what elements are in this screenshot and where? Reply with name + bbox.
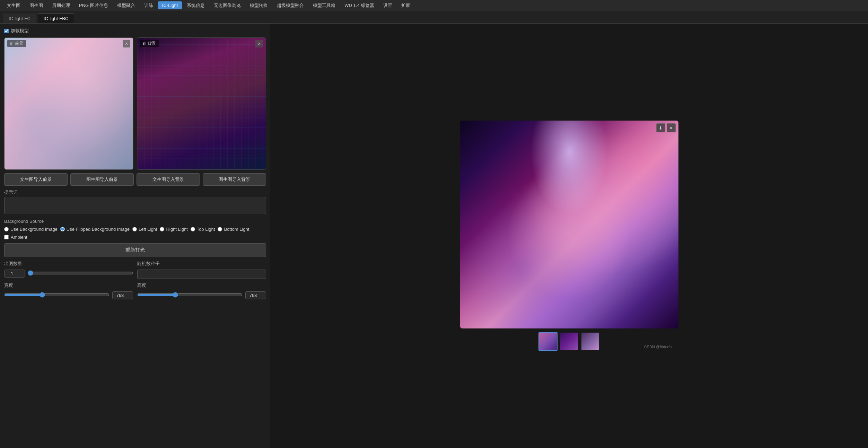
radio-bottom-light-input[interactable] bbox=[218, 227, 222, 231]
ambient-label: Ambient bbox=[11, 235, 27, 240]
seed-input[interactable]: 114514 bbox=[137, 270, 266, 279]
img2img-fg-btn[interactable]: 图生图导入前景 bbox=[70, 173, 134, 186]
radio-bottom-light[interactable]: Bottom Light bbox=[218, 227, 249, 232]
menu-extensions[interactable]: 扩展 bbox=[397, 1, 414, 10]
radio-use-flipped-input[interactable] bbox=[60, 227, 65, 231]
menu-sysinfo[interactable]: 系统信息 bbox=[183, 1, 209, 10]
seed-section: 随机数种子 114514 bbox=[137, 261, 266, 279]
background-label-text: 背景 bbox=[148, 41, 156, 46]
height-slider-wrap bbox=[137, 292, 243, 299]
thumbnail-2[interactable] bbox=[560, 332, 579, 351]
output-wrapper: ⬇ ✕ CSDN @friderfh... bbox=[460, 121, 678, 351]
menu-pnginfo[interactable]: PNG 图片信息 bbox=[75, 1, 112, 10]
width-section: 宽度 bbox=[4, 282, 133, 299]
radio-right-light-input[interactable] bbox=[160, 227, 164, 231]
width-slider-wrap bbox=[4, 292, 109, 299]
menu-training[interactable]: 训练 bbox=[140, 1, 157, 10]
relight-btn[interactable]: 重新打光 bbox=[4, 243, 266, 257]
width-label: 宽度 bbox=[4, 282, 133, 289]
radio-use-bg-input[interactable] bbox=[4, 227, 9, 231]
output-count-input[interactable] bbox=[4, 270, 25, 278]
left-panel: 加载模型 ◧ 前景 × ◧ 背景 × bbox=[0, 24, 270, 448]
foreground-close-btn[interactable]: × bbox=[123, 40, 130, 47]
img2img-bg-btn[interactable]: 图生图导入背景 bbox=[203, 173, 266, 186]
bg-icon: ◧ bbox=[143, 42, 146, 45]
thumbnail-3[interactable] bbox=[581, 332, 600, 351]
radio-right-light-label: Right Light bbox=[166, 227, 187, 232]
radio-left-light[interactable]: Left Light bbox=[132, 227, 157, 232]
bg-source-label: Background Source bbox=[4, 219, 266, 224]
thumb-img-2 bbox=[560, 333, 578, 350]
foreground-label-text: 前景 bbox=[15, 41, 23, 46]
background-box: ◧ 背景 × bbox=[137, 37, 266, 170]
count-seed-row: 出图数量 随机数种子 114514 bbox=[4, 261, 266, 279]
seed-label: 随机数种子 bbox=[137, 261, 266, 267]
radio-top-light-input[interactable] bbox=[191, 227, 195, 231]
load-model-checkbox[interactable]: 加载模型 bbox=[4, 28, 29, 34]
load-model-row: 加载模型 bbox=[4, 28, 266, 34]
radio-use-bg[interactable]: Use Background Image bbox=[4, 227, 58, 232]
height-slider-row bbox=[137, 291, 266, 299]
menu-modeltransfer[interactable]: 模型转换 bbox=[246, 1, 272, 10]
menu-modelmerge[interactable]: 模型融合 bbox=[113, 1, 139, 10]
thumbnail-1[interactable] bbox=[538, 332, 558, 351]
output-count-slider-wrap bbox=[28, 270, 133, 277]
width-height-row: 宽度 高度 bbox=[4, 282, 266, 299]
width-slider-row bbox=[4, 291, 133, 299]
txt2img-bg-btn[interactable]: 文生图导入背景 bbox=[137, 173, 200, 186]
main-layout: 加载模型 ◧ 前景 × ◧ 背景 × bbox=[0, 24, 868, 448]
radio-top-light[interactable]: Top Light bbox=[191, 227, 215, 232]
menu-img2img[interactable]: 图生图 bbox=[25, 1, 47, 10]
width-slider[interactable] bbox=[4, 292, 109, 298]
tab-fc[interactable]: IC-light-FC bbox=[3, 14, 36, 23]
ambient-input[interactable] bbox=[4, 235, 9, 239]
height-label: 高度 bbox=[137, 282, 266, 289]
output-count-label: 出图数量 bbox=[4, 261, 133, 267]
radio-use-bg-label: Use Background Image bbox=[10, 227, 58, 232]
radio-right-light[interactable]: Right Light bbox=[160, 227, 187, 232]
radio-bottom-light-label: Bottom Light bbox=[224, 227, 249, 232]
background-label: ◧ 背景 bbox=[140, 40, 159, 47]
download-btn[interactable]: ⬇ bbox=[656, 123, 665, 132]
menu-iclight[interactable]: IC-Light bbox=[158, 1, 182, 9]
menu-txt2img[interactable]: 文生图 bbox=[3, 1, 25, 10]
output-image bbox=[460, 121, 678, 328]
prompt-textarea[interactable] bbox=[4, 197, 266, 214]
height-input[interactable] bbox=[245, 291, 266, 299]
txt2img-fg-btn[interactable]: 文生图导入前景 bbox=[4, 173, 68, 186]
top-menu-bar: 文生图 图生图 后期处理 PNG 图片信息 模型融合 训练 IC-Light 系… bbox=[0, 0, 868, 11]
height-section: 高度 bbox=[137, 282, 266, 299]
ambient-check[interactable]: Ambient bbox=[4, 235, 266, 240]
tab-fbc[interactable]: IC-light-FBC bbox=[38, 14, 74, 23]
person-overlay bbox=[460, 121, 678, 328]
background-close-btn[interactable]: × bbox=[255, 40, 263, 47]
watermark: CSDN @friderfh... bbox=[644, 345, 675, 349]
radio-use-flipped[interactable]: Use Flipped Background Image bbox=[60, 227, 130, 232]
width-input[interactable] bbox=[112, 291, 133, 299]
height-slider[interactable] bbox=[137, 292, 243, 298]
image-row: ◧ 前景 × ◧ 背景 × bbox=[4, 37, 266, 170]
thumb-img-3 bbox=[581, 333, 599, 350]
foreground-image bbox=[5, 38, 133, 169]
output-count-slider-row bbox=[4, 270, 133, 278]
output-count-section: 出图数量 bbox=[4, 261, 133, 279]
menu-settings[interactable]: 设置 bbox=[379, 1, 396, 10]
radio-group: Use Background Image Use Flipped Backgro… bbox=[4, 227, 266, 232]
menu-supermerge[interactable]: 超级模型融合 bbox=[273, 1, 308, 10]
menu-postprocess[interactable]: 后期处理 bbox=[48, 1, 74, 10]
load-model-label: 加载模型 bbox=[11, 28, 29, 34]
menu-wd14[interactable]: WD 1.4 标签器 bbox=[340, 1, 378, 10]
output-image-container: ⬇ ✕ bbox=[460, 121, 678, 328]
menu-tiledimg[interactable]: 无边图像浏览 bbox=[210, 1, 245, 10]
prompt-label: 提示词 bbox=[4, 189, 266, 195]
close-output-btn[interactable]: ✕ bbox=[667, 123, 676, 132]
radio-left-light-input[interactable] bbox=[132, 227, 137, 231]
thumb-img-1 bbox=[539, 333, 557, 350]
radio-use-flipped-label: Use Flipped Background Image bbox=[67, 227, 130, 232]
radio-left-light-label: Left Light bbox=[139, 227, 157, 232]
bg-source-section: Background Source Use Background Image U… bbox=[4, 219, 266, 240]
load-model-input[interactable] bbox=[4, 29, 9, 33]
output-count-slider[interactable] bbox=[28, 270, 133, 276]
menu-modeltoolbox[interactable]: 模型工具箱 bbox=[309, 1, 340, 10]
background-image bbox=[137, 38, 266, 169]
